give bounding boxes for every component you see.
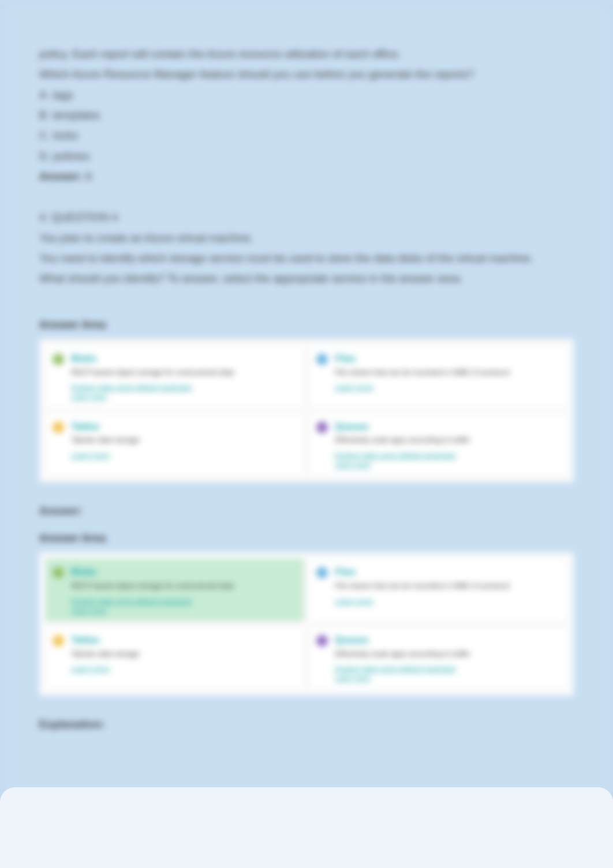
files-ans-title: Files (335, 565, 560, 580)
explanation-label: Explanation: (39, 715, 574, 733)
queues-ans-link2[interactable]: Learn more (335, 674, 560, 683)
queues-ans-icon (316, 635, 328, 647)
files-ans-desc: File shares that can be mounted in SMB 3… (335, 581, 560, 591)
card-blobs-ans[interactable]: Blobs REST-based object storage for unst… (45, 558, 304, 622)
card-queues[interactable]: Queues Effectively scale apps according … (309, 413, 568, 476)
tables-ans-icon (53, 635, 64, 647)
tables-ans-link1[interactable]: Learn more (71, 664, 297, 674)
card-queues-ans[interactable]: Queues Effectively scale apps according … (309, 626, 568, 690)
q2-line2: You need to identify which storage servi… (39, 249, 574, 267)
blobs-ans-title: Blobs (71, 565, 297, 580)
q1-opt-d: D. policies (39, 147, 574, 165)
q1-answer: Answer: A (39, 167, 574, 185)
files-link1[interactable]: Learn more (335, 383, 560, 393)
tables-icon (53, 422, 64, 433)
q2-number: 4. QUESTION 4 (39, 208, 574, 226)
tables-ans-desc: Tabular data storage (71, 649, 297, 659)
answer-area-label-2: Answer Area (39, 529, 574, 547)
blobs-link1[interactable]: Explore data using default quickstart (71, 383, 297, 393)
queues-link2[interactable]: Learn more (335, 461, 560, 470)
q2-line1: You plan to create an Azure virtual mach… (39, 229, 574, 247)
card-tables[interactable]: Tables Tabular data storage Learn more (45, 413, 304, 476)
files-ans-link1[interactable]: Learn more (335, 597, 560, 607)
blobs-icon (53, 354, 64, 365)
files-icon (316, 354, 328, 365)
queues-icon (316, 422, 328, 433)
queues-ans-link1[interactable]: Explore data using default quickstart (335, 664, 560, 674)
blobs-ans-link2[interactable]: Learn more (71, 607, 297, 616)
card-tables-ans[interactable]: Tables Tabular data storage Learn more (45, 626, 304, 690)
q1-opt-b: B. templates (39, 106, 574, 124)
blobs-ans-link1[interactable]: Explore data using default quickstart (71, 597, 297, 607)
files-desc: File shares that can be mounted in SMB 3… (335, 368, 560, 378)
q2-line3: What should you identify? To answer, sel… (39, 269, 574, 287)
files-ans-icon (316, 567, 328, 578)
answer-area-1: Blobs REST-based object storage for unst… (39, 339, 574, 482)
bottom-panel (0, 787, 613, 868)
card-files-ans[interactable]: Files File shares that can be mounted in… (309, 558, 568, 622)
blobs-ans-desc: REST-based object storage for unstructur… (71, 581, 297, 591)
queues-desc: Effectively scale apps according to traf… (335, 435, 560, 445)
q1-answer-label: Answer: (39, 170, 83, 182)
q1-lead: policy. Each report will contain the Azu… (39, 45, 574, 63)
card-files[interactable]: Files File shares that can be mounted in… (309, 345, 568, 408)
answer-area-2: Blobs REST-based object storage for unst… (39, 553, 574, 696)
tables-link1[interactable]: Learn more (71, 451, 297, 461)
blobs-desc: REST-based object storage for unstructur… (71, 368, 297, 378)
tables-ans-title: Tables (71, 633, 297, 648)
blobs-link2[interactable]: Learn more (71, 393, 297, 402)
queues-ans-desc: Effectively scale apps according to traf… (335, 649, 560, 659)
card-blobs[interactable]: Blobs REST-based object storage for unst… (45, 345, 304, 408)
tables-title: Tables (71, 419, 297, 434)
blobs-ans-icon (53, 567, 64, 578)
blobs-title: Blobs (71, 351, 297, 366)
answer-area-label-1: Answer Area (39, 315, 574, 333)
tables-desc: Tabular data storage (71, 435, 297, 445)
q1-opt-a: A. tags (39, 86, 574, 104)
queues-ans-title: Queues (335, 633, 560, 648)
queues-link1[interactable]: Explore data using default quickstart (335, 451, 560, 461)
queues-title: Queues (335, 419, 560, 434)
answer-heading: Answer: (39, 502, 574, 520)
q1-answer-value: A (85, 170, 92, 182)
files-title: Files (335, 351, 560, 366)
q1-prompt: Which Azure Resource Manager feature sho… (39, 65, 574, 83)
q1-opt-c: C. locks (39, 126, 574, 144)
